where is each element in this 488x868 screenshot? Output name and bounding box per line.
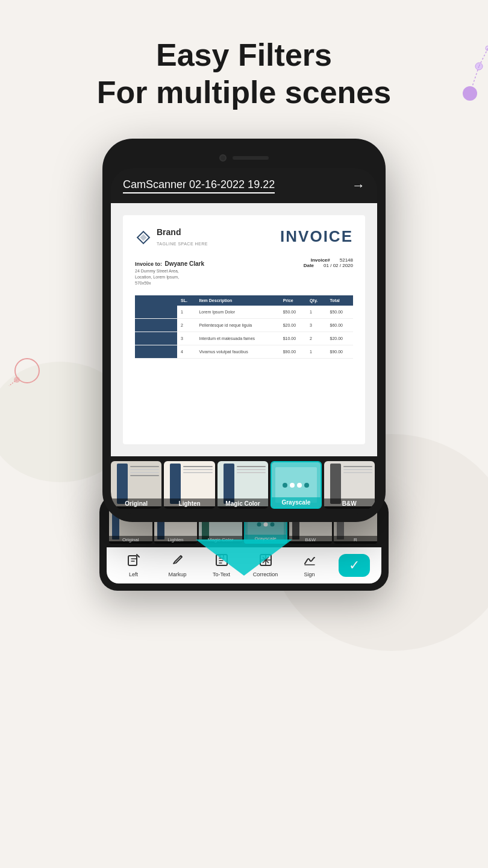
brand-diamond-icon	[135, 229, 152, 246]
filter-grayscale[interactable]: Grayscale	[271, 461, 321, 509]
filter-bw-label: B&W	[324, 498, 375, 509]
cell-price: $50.00	[280, 306, 306, 319]
sign-icon	[303, 553, 316, 570]
cell-desc: Interdum et malesuada fames	[195, 332, 279, 345]
toolbar-left-label: Left	[129, 571, 138, 577]
table-row: 2 Pellentesque id neque ligula $20.00 3 …	[135, 319, 353, 332]
invoice-document: Brand TAGLINE SPACE HERE INVOICE Invoice…	[123, 215, 365, 444]
toolbar-confirm-button[interactable]: ✓	[339, 554, 370, 577]
filter-original[interactable]: Original	[111, 461, 161, 509]
check-icon: ✓	[349, 558, 360, 573]
cell-sl: 3	[177, 332, 195, 345]
phone-shell: CamScanner 02-16-2022 19.22 → B	[102, 139, 386, 522]
cell-desc: Lorem Ipsum Dolor	[195, 306, 279, 319]
toolbar-markup-button[interactable]: Markup	[163, 553, 193, 577]
table-header-price: Price	[280, 295, 306, 306]
app-arrow[interactable]: →	[352, 178, 365, 193]
table-header-qty: Qty.	[306, 295, 326, 306]
filter-bw[interactable]: B&W	[324, 461, 375, 509]
decoration-circle-left	[6, 350, 48, 394]
toolbar-markup-label: Markup	[168, 571, 186, 577]
phone-top-bar	[111, 147, 377, 168]
meta-date-value: 01 / 02 / 2020	[324, 263, 353, 268]
filter-lighten-label: Lighten	[164, 498, 214, 509]
filter-magic-color[interactable]: Magic Color	[217, 461, 268, 509]
invoice-header: Brand TAGLINE SPACE HERE INVOICE	[135, 227, 353, 248]
meta-invoice-label: Invoice#	[311, 257, 330, 263]
cell-qty: 3	[306, 319, 326, 332]
cell-sl: 4	[177, 345, 195, 359]
cell-sl: 1	[177, 306, 195, 319]
filter-strip: Original Lighten	[111, 456, 377, 514]
table-header-sl: SL.	[177, 295, 195, 306]
meta-date-label: Date	[304, 263, 314, 268]
filter-original-label: Original	[111, 498, 161, 509]
invoice-to-label: Invoice to:	[135, 261, 162, 267]
teal-arrow-decoration	[190, 539, 298, 584]
cell-qty: 2	[306, 332, 326, 345]
invoice-to: Invoice to: Dwyane Clark 24 Dummy Street…	[135, 257, 204, 286]
left-icon	[127, 553, 140, 570]
document-area: Brand TAGLINE SPACE HERE INVOICE Invoice…	[111, 203, 377, 456]
header-section: Easy Filters For multiple scenes	[0, 0, 488, 112]
brand-text: Brand TAGLINE SPACE HERE	[157, 227, 208, 248]
cell-price: $20.00	[280, 319, 306, 332]
phone-camera	[219, 154, 227, 162]
brand-name: Brand	[157, 227, 208, 237]
toolbar-left-button[interactable]: Left	[119, 553, 149, 577]
cell-total: $20.00	[327, 332, 353, 345]
table-header-total: Total	[327, 295, 353, 306]
filter-lighten[interactable]: Lighten	[164, 461, 214, 509]
app-filename: CamScanner 02-16-2022 19.22	[123, 178, 275, 193]
cell-qty: 1	[306, 345, 326, 359]
cell-total: $90.00	[327, 345, 353, 359]
toolbar-sign-label: Sign	[304, 571, 314, 577]
cell-desc: Pellentesque id neque ligula	[195, 319, 279, 332]
toolbar-sign-button[interactable]: Sign	[295, 553, 325, 577]
markup-icon	[171, 553, 184, 570]
filter2-original-label: Original	[109, 536, 152, 544]
svg-rect-13	[128, 556, 137, 565]
cell-qty: 1	[306, 306, 326, 319]
invoice-to-name: Dwyane Clark	[164, 260, 204, 267]
app-header: CamScanner 02-16-2022 19.22 →	[111, 168, 377, 203]
headline-line2: For multiple scenes	[97, 75, 391, 110]
table-header-desc: Item Description	[195, 295, 279, 306]
cell-price: $90.00	[280, 345, 306, 359]
table-row: 4 Vivamus volutpat faucibus $90.00 1 $90…	[135, 345, 353, 359]
table-row: 1 Lorem Ipsum Dolor $50.00 1 $50.00	[135, 306, 353, 319]
cell-total: $60.00	[327, 319, 353, 332]
phone-speaker	[233, 156, 269, 160]
table-row: 3 Interdum et malesuada fames $10.00 2 $…	[135, 332, 353, 345]
cell-price: $10.00	[280, 332, 306, 345]
meta-row-2: Date 01 / 02 / 2020	[304, 263, 353, 268]
invoice-info: Invoice to: Dwyane Clark 24 Dummy Street…	[135, 257, 353, 286]
headline: Easy Filters For multiple scenes	[0, 36, 488, 112]
phone-mockup: CamScanner 02-16-2022 19.22 → B	[102, 139, 386, 522]
brand-logo: Brand TAGLINE SPACE HERE	[135, 227, 208, 248]
phone-screen: CamScanner 02-16-2022 19.22 → B	[111, 168, 377, 514]
cell-desc: Vivamus volutpat faucibus	[195, 345, 279, 359]
svg-rect-11	[140, 234, 146, 241]
cell-sl: 2	[177, 319, 195, 332]
filter2-extra-label: R	[334, 536, 377, 544]
meta-row-1: Invoice# 52148	[304, 257, 353, 263]
invoice-address: 24 Dummy Street Area,Location, Lorem Ips…	[135, 268, 204, 286]
invoice-table: SL. Item Description Price Qty. Total 1	[135, 295, 353, 359]
brand-tagline: TAGLINE SPACE HERE	[157, 242, 208, 246]
filter-grayscale-label: Grayscale	[272, 497, 320, 508]
filter-magic-color-label: Magic Color	[217, 498, 268, 509]
meta-invoice-value: 52148	[340, 257, 353, 263]
cell-total: $50.00	[327, 306, 353, 319]
headline-line1: Easy Filters	[156, 37, 332, 72]
invoice-meta: Invoice# 52148 Date 01 / 02 / 2020	[304, 257, 353, 286]
invoice-title: INVOICE	[280, 227, 353, 246]
svg-marker-12	[196, 539, 292, 576]
